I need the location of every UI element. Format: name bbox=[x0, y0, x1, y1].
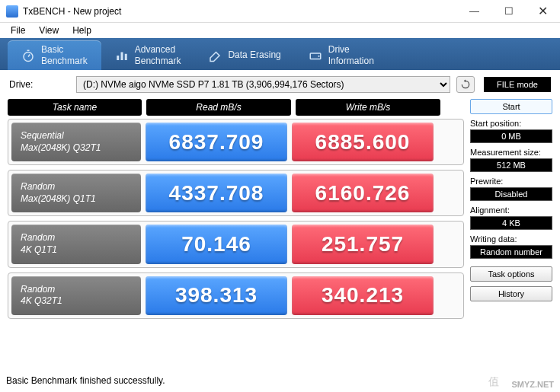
tab-advanced-benchmark[interactable]: Advanced Benchmark bbox=[101, 40, 195, 70]
tabbar: Basic Benchmark Advanced Benchmark Data … bbox=[0, 38, 560, 70]
tab-label: Basic Benchmark bbox=[41, 44, 88, 66]
wdata-value[interactable]: Random number bbox=[470, 245, 552, 259]
app-icon bbox=[6, 5, 18, 18]
align-value[interactable]: 4 KB bbox=[470, 216, 552, 230]
tab-data-erasing[interactable]: Data Erasing bbox=[194, 40, 294, 70]
tab-label: Advanced Benchmark bbox=[135, 44, 181, 66]
minimize-button[interactable]: — bbox=[457, 0, 491, 23]
table-row: Random4K Q1T1 70.146 251.757 bbox=[8, 221, 464, 267]
drive-row: Drive: (D:) NVMe aigo NVMe SSD P7 1.81 T… bbox=[0, 70, 560, 99]
filemode-indicator: FILE mode bbox=[484, 77, 551, 92]
table-row: SequentialMax(2048K) Q32T1 6837.709 6885… bbox=[8, 119, 464, 165]
msize-value[interactable]: 512 MB bbox=[470, 158, 552, 172]
msize-label: Measurement size: bbox=[470, 148, 552, 157]
bars-icon bbox=[115, 49, 129, 62]
maximize-button[interactable]: ☐ bbox=[491, 0, 526, 23]
header-write: Write mB/s bbox=[296, 99, 440, 116]
drive-icon bbox=[309, 49, 322, 62]
svg-rect-4 bbox=[120, 52, 123, 60]
eraser-icon bbox=[208, 49, 222, 62]
write-value: 6160.726 bbox=[292, 174, 434, 212]
read-value: 6837.709 bbox=[146, 123, 287, 161]
svg-rect-1 bbox=[27, 49, 30, 51]
read-value: 4337.708 bbox=[146, 174, 287, 212]
stopwatch-icon bbox=[21, 49, 35, 62]
startpos-value[interactable]: 0 MB bbox=[470, 129, 552, 143]
header-task: Task name bbox=[8, 99, 142, 116]
prewrite-label: Prewrite: bbox=[470, 177, 552, 186]
menu-help[interactable]: Help bbox=[66, 24, 98, 37]
tab-label: Drive Information bbox=[328, 44, 374, 66]
status-text: Basic Benchmark finished successfully. bbox=[6, 375, 165, 386]
align-label: Alignment: bbox=[470, 206, 552, 215]
table-row: Random4K Q32T1 398.313 340.213 bbox=[8, 272, 464, 319]
start-button[interactable]: Start bbox=[470, 99, 552, 114]
titlebar: TxBENCH - New project — ☐ ✕ bbox=[0, 0, 560, 23]
window-title: TxBENCH - New project bbox=[23, 6, 457, 17]
startpos-label: Start position: bbox=[470, 119, 552, 128]
menubar: File View Help bbox=[0, 23, 560, 38]
read-value: 70.146 bbox=[146, 225, 287, 263]
write-value: 340.213 bbox=[292, 276, 434, 315]
close-button[interactable]: ✕ bbox=[526, 0, 560, 23]
tab-drive-information[interactable]: Drive Information bbox=[295, 40, 388, 70]
side-panel: Start Start position: 0 MB Measurement s… bbox=[470, 99, 552, 323]
write-value: 6885.600 bbox=[292, 123, 434, 161]
read-value: 398.313 bbox=[146, 276, 287, 315]
svg-line-2 bbox=[28, 54, 30, 56]
drive-label: Drive: bbox=[9, 79, 70, 90]
results-panel: Task name Read mB/s Write mB/s Sequentia… bbox=[8, 99, 464, 323]
tab-label: Data Erasing bbox=[228, 49, 280, 60]
history-button[interactable]: History bbox=[470, 286, 552, 301]
svg-rect-3 bbox=[117, 56, 119, 60]
menu-view[interactable]: View bbox=[33, 24, 65, 37]
watermark-text: SMYZ.NET bbox=[511, 380, 554, 389]
task-name: Random4K Q1T1 bbox=[11, 225, 141, 263]
prewrite-value[interactable]: Disabled bbox=[470, 187, 552, 201]
svg-point-7 bbox=[318, 55, 319, 56]
header-read: Read mB/s bbox=[146, 99, 291, 116]
task-name: RandomMax(2048K) Q1T1 bbox=[11, 174, 141, 212]
write-value: 251.757 bbox=[292, 225, 434, 263]
task-options-button[interactable]: Task options bbox=[470, 266, 552, 282]
reload-button[interactable] bbox=[456, 76, 475, 93]
tab-basic-benchmark[interactable]: Basic Benchmark bbox=[8, 40, 101, 70]
task-name: SequentialMax(2048K) Q32T1 bbox=[11, 123, 141, 161]
drive-select[interactable]: (D:) NVMe aigo NVMe SSD P7 1.81 TB (3,90… bbox=[76, 76, 450, 93]
svg-rect-5 bbox=[124, 53, 126, 59]
task-name: Random4K Q32T1 bbox=[11, 276, 141, 315]
refresh-icon bbox=[460, 79, 471, 90]
watermark-logo: 值 bbox=[488, 375, 499, 389]
wdata-label: Writing data: bbox=[470, 234, 552, 244]
table-row: RandomMax(2048K) Q1T1 4337.708 6160.726 bbox=[8, 170, 464, 216]
menu-file[interactable]: File bbox=[5, 24, 31, 37]
